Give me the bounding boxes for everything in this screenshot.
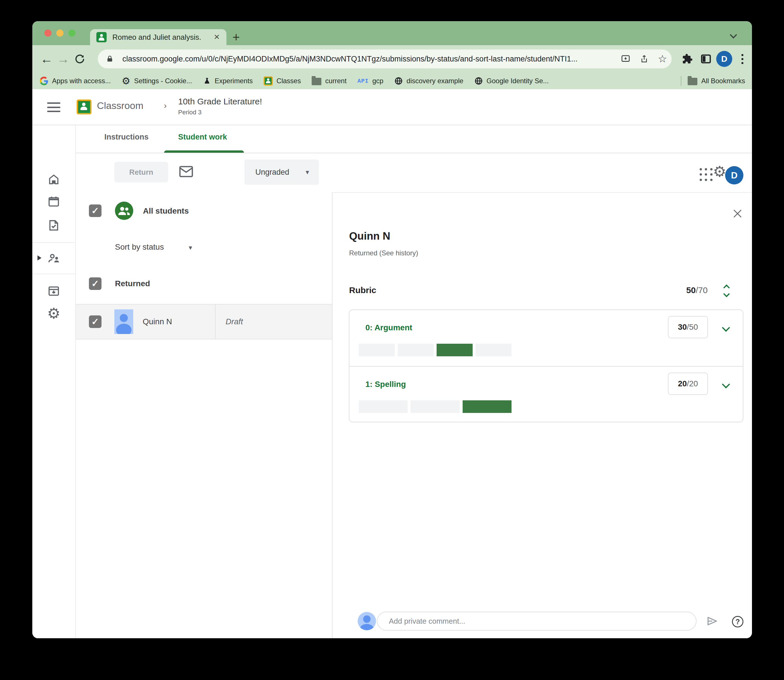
rubric-card: 0: Argument 30/50 1: Spelling 20/20: [349, 309, 743, 422]
extensions-button[interactable]: [682, 45, 693, 72]
student-list-panel: All students Sort by status ▾ Returned Q…: [76, 192, 332, 638]
rubric-level-box[interactable]: [359, 344, 395, 356]
lock-icon[interactable]: [106, 55, 114, 63]
chevron-down-icon[interactable]: [722, 380, 730, 389]
sort-dropdown[interactable]: Sort by status ▾: [76, 237, 332, 258]
tab-instructions[interactable]: Instructions: [104, 133, 149, 142]
left-nav-rail: ⚙: [32, 125, 76, 638]
panel-student-name: Quinn N: [349, 230, 390, 242]
reload-button[interactable]: [72, 45, 88, 72]
teaching-nav-button[interactable]: [32, 252, 75, 265]
flask-icon: [203, 77, 211, 85]
rubric-level-box[interactable]: [411, 400, 460, 413]
browser-menu-button[interactable]: [741, 45, 744, 72]
bookmark-classes[interactable]: Classes: [264, 76, 301, 85]
classroom-favicon-icon: [96, 32, 107, 42]
tab-student-work[interactable]: Student work: [178, 133, 227, 142]
tab-strip: Romeo and Juliet analysis. × +: [32, 21, 752, 45]
close-icon[interactable]: [732, 208, 743, 219]
forward-button[interactable]: →: [55, 45, 71, 72]
criterion-score-input[interactable]: 20/20: [668, 373, 708, 395]
divider: [681, 76, 682, 86]
rubric-level-box[interactable]: [475, 344, 512, 356]
private-comment-input[interactable]: [377, 612, 696, 631]
active-tab-underline: [164, 150, 244, 153]
returned-group-checkbox[interactable]: [89, 277, 101, 290]
assignment-check-icon: [47, 219, 60, 232]
chevron-down-icon[interactable]: [722, 324, 730, 332]
bookmark-star-icon[interactable]: ☆: [658, 53, 667, 65]
rubric-level-boxes: [359, 400, 512, 413]
grading-toolbar: Return Ungraded ▾ ⚙: [76, 153, 752, 192]
bookmark-apps-with-access[interactable]: Apps with access...: [40, 77, 111, 85]
macos-close-icon[interactable]: [44, 30, 52, 36]
all-students-avatar: [115, 201, 133, 220]
bookmark-discovery-example[interactable]: discovery example: [394, 77, 463, 85]
criterion-score-input[interactable]: 30/50: [668, 316, 708, 338]
main-menu-button[interactable]: [47, 102, 60, 112]
panel-status-line[interactable]: Returned (See history): [349, 249, 418, 257]
return-button[interactable]: Return: [114, 162, 168, 183]
macos-minimize-icon[interactable]: [56, 30, 63, 36]
commenter-avatar: [358, 612, 376, 630]
bookmark-experiments[interactable]: Experiments: [203, 77, 253, 85]
browser-tab[interactable]: Romeo and Juliet analysis. ×: [90, 29, 227, 45]
student-row[interactable]: Quinn N Draft: [76, 304, 332, 339]
rubric-level-box[interactable]: [359, 400, 408, 413]
student-checkbox[interactable]: [89, 315, 101, 328]
rubric-level-box[interactable]: [463, 400, 512, 413]
bookmark-google-identity[interactable]: Google Identity Se...: [474, 77, 549, 85]
all-students-checkbox[interactable]: [89, 205, 101, 217]
browser-toolbar: ← → classroom.google.com/u/0/c/NjEyMDI4O…: [32, 45, 752, 72]
email-button[interactable]: [179, 165, 194, 179]
people-icon: [115, 201, 133, 220]
returned-group-row[interactable]: Returned: [76, 273, 332, 294]
all-students-label: All students: [143, 206, 189, 216]
to-review-nav-button[interactable]: [32, 219, 75, 232]
grading-settings-button[interactable]: ⚙: [713, 164, 726, 179]
rubric-criterion-spelling: 1: Spelling 20/20: [349, 366, 743, 423]
new-tab-button[interactable]: +: [233, 30, 240, 44]
archived-classes-nav-button[interactable]: [32, 284, 75, 298]
course-title[interactable]: 10th Grade Literature!: [178, 97, 262, 106]
rubric-criterion-argument: 0: Argument 30/50: [349, 310, 743, 366]
bookmark-current[interactable]: current: [312, 77, 346, 85]
install-icon[interactable]: [621, 54, 630, 64]
calendar-nav-button[interactable]: [32, 195, 75, 208]
back-button[interactable]: ←: [39, 45, 55, 72]
all-students-row[interactable]: All students: [76, 192, 332, 229]
tab-search-chevron-icon[interactable]: [730, 31, 737, 38]
classroom-logo-icon[interactable]: [77, 99, 91, 114]
divider: [32, 274, 75, 274]
folder-icon: [688, 78, 697, 85]
address-bar[interactable]: classroom.google.com/u/0/c/NjEyMDI4ODIxM…: [98, 49, 672, 68]
criterion-title[interactable]: 0: Argument: [365, 323, 412, 332]
bookmark-settings-cookie[interactable]: ⚙ Settings - Cookie...: [121, 76, 192, 86]
browser-window: Romeo and Juliet analysis. × + ← → class…: [32, 21, 752, 638]
returned-group-label: Returned: [115, 279, 150, 288]
archive-icon: [47, 284, 60, 298]
app-name[interactable]: Classroom: [97, 100, 143, 111]
send-comment-button[interactable]: [706, 615, 718, 628]
unfold-sorter-icon[interactable]: [722, 285, 732, 298]
browser-profile-avatar[interactable]: D: [716, 45, 732, 72]
home-icon: [47, 173, 60, 186]
settings-nav-button[interactable]: ⚙: [32, 306, 75, 321]
bookmarks-bar: Apps with access... ⚙ Settings - Cookie.…: [32, 72, 752, 89]
home-nav-button[interactable]: [32, 173, 75, 186]
chevron-down-icon: ▾: [305, 168, 309, 176]
rubric-level-box[interactable]: [398, 344, 434, 356]
folder-icon: [312, 78, 321, 85]
side-panel-button[interactable]: [700, 45, 712, 72]
reload-icon: [74, 53, 85, 65]
macos-zoom-icon[interactable]: [68, 30, 76, 36]
rubric-level-box[interactable]: [437, 344, 472, 356]
criterion-title[interactable]: 1: Spelling: [365, 380, 406, 389]
globe-icon: [394, 77, 403, 85]
tab-close-icon[interactable]: ×: [214, 32, 220, 41]
all-bookmarks-button[interactable]: All Bookmarks: [681, 76, 745, 86]
grade-filter-dropdown[interactable]: Ungraded ▾: [244, 159, 319, 185]
help-button[interactable]: ?: [732, 616, 743, 627]
share-icon[interactable]: [640, 54, 649, 63]
bookmark-gcp[interactable]: API gcp: [357, 77, 383, 85]
